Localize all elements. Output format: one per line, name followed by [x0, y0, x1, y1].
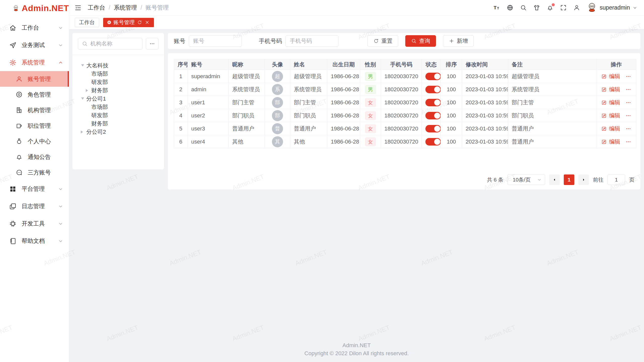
org-tree: 大名科技市场部研发部财务部分公司1市场部研发部财务部分公司2	[72, 55, 164, 143]
tree-caret-icon[interactable]	[81, 64, 84, 68]
status-toggle[interactable]	[425, 86, 441, 93]
more-actions-icon[interactable]	[625, 100, 631, 106]
tree-node[interactable]: 分公司2	[76, 128, 160, 136]
sidebar-item-notice[interactable]: 通知公告	[0, 149, 69, 165]
user-menu[interactable]: superadmin	[587, 2, 637, 14]
table-cell: 系	[265, 83, 290, 96]
account-label: 账号	[174, 37, 185, 45]
sidebar-item-profile[interactable]: 个人中心	[0, 133, 69, 149]
current-page[interactable]: 1	[564, 174, 574, 185]
more-actions-icon[interactable]	[625, 113, 631, 119]
sidebar-item-workbench[interactable]: 工作台	[0, 19, 69, 36]
tree-node[interactable]: 市场部	[76, 103, 160, 111]
status-toggle[interactable]	[425, 138, 441, 146]
query-button[interactable]: 查询	[405, 35, 436, 47]
profile-icon[interactable]	[573, 4, 580, 11]
account-input[interactable]	[189, 35, 242, 47]
sidebar-item-log[interactable]: 日志管理	[0, 198, 69, 215]
status-toggle[interactable]	[425, 99, 441, 106]
prev-page-button[interactable]	[549, 174, 560, 185]
sidebar-item-business-test[interactable]: 业务测试	[0, 36, 69, 54]
gear-icon	[9, 59, 17, 66]
sidebar-item-account[interactable]: 账号管理	[0, 71, 69, 87]
font-size-icon[interactable]: TT	[493, 4, 500, 11]
tab-workbench[interactable]: 工作台	[75, 18, 99, 27]
table-row: 2admin系统管理员系系统管理员1986-06-28男180200307201…	[174, 83, 636, 96]
edit-button[interactable]: 编辑	[609, 138, 620, 146]
theme-icon[interactable]	[533, 4, 540, 11]
edit-icon[interactable]	[601, 100, 607, 105]
table-row: 5user3普通用户普普通用户1986-06-28女18020030720100…	[174, 122, 636, 135]
notification-icon[interactable]	[547, 4, 553, 11]
next-page-button[interactable]	[578, 174, 589, 185]
reset-button[interactable]: 重置	[368, 35, 398, 47]
table-cell: 部门职员	[290, 109, 327, 122]
close-icon[interactable]	[145, 20, 150, 25]
tab-account[interactable]: 账号管理	[103, 18, 154, 27]
collapse-sidebar-icon[interactable]	[74, 4, 82, 12]
sidebar-item-docs[interactable]: 帮助文档	[0, 232, 69, 250]
tree-caret-icon[interactable]	[86, 89, 90, 92]
table-cell: 2023-01-03 10:59:44	[462, 122, 508, 135]
tree-node[interactable]: 财务部	[76, 119, 160, 128]
grid-icon	[9, 185, 17, 193]
edit-button[interactable]: 编辑	[609, 99, 620, 106]
tree-node[interactable]: 研发部	[76, 78, 160, 86]
sidebar-item-system[interactable]: 系统管理	[0, 54, 69, 71]
search-icon[interactable]	[520, 4, 527, 11]
edit-icon[interactable]	[601, 126, 607, 131]
sidebar-item-label: 工作台	[22, 24, 39, 32]
sidebar-item-third-party[interactable]: 三方账号	[0, 165, 69, 180]
table-cell: 100	[441, 96, 462, 109]
table-cell: user2	[188, 109, 229, 122]
tree-node[interactable]: 研发部	[76, 111, 160, 119]
phone-input[interactable]	[286, 35, 338, 47]
goto-page-input[interactable]	[608, 174, 625, 185]
sidebar-item-org[interactable]: 机构管理	[0, 102, 69, 118]
tree-node[interactable]: 财务部	[76, 86, 160, 95]
table-cell: 女	[360, 96, 381, 109]
tree-node-label: 市场部	[91, 70, 108, 78]
sidebar-item-role[interactable]: 角色管理	[0, 87, 69, 102]
language-icon[interactable]	[507, 4, 513, 11]
table-cell: 部门职员	[229, 109, 265, 122]
tree-node[interactable]: 市场部	[76, 70, 160, 78]
edit-button[interactable]: 编辑	[609, 86, 620, 93]
add-button[interactable]: 新增	[443, 35, 474, 47]
tree-node[interactable]: 大名科技	[76, 61, 160, 70]
edit-button[interactable]: 编辑	[609, 125, 620, 132]
edit-icon[interactable]	[601, 113, 607, 118]
gender-badge: 男	[365, 72, 376, 81]
breadcrumb-item[interactable]: 工作台	[88, 4, 105, 12]
edit-icon[interactable]	[601, 139, 607, 145]
edit-button[interactable]: 编辑	[609, 112, 620, 119]
table-cell: 1986-06-28	[327, 109, 360, 122]
fullscreen-icon[interactable]	[560, 4, 567, 11]
sidebar-item-position[interactable]: 职位管理	[0, 118, 69, 133]
more-actions-icon[interactable]	[625, 139, 631, 145]
table-cell: 2023-01-03 10:59:44	[462, 96, 508, 109]
more-actions-icon[interactable]	[625, 73, 631, 79]
refresh-icon	[373, 38, 379, 44]
more-actions-icon[interactable]	[625, 86, 631, 93]
page-size-select[interactable]: 10条/页	[507, 174, 545, 185]
status-toggle[interactable]	[425, 73, 441, 80]
chevron-down-icon	[58, 221, 63, 227]
tree-more-button[interactable]	[146, 38, 158, 50]
sidebar-item-devtools[interactable]: 开发工具	[0, 215, 69, 232]
filter-bar: 账号 手机号码 重置	[168, 33, 641, 49]
more-actions-icon[interactable]	[625, 126, 631, 132]
org-search-input[interactable]	[90, 40, 139, 47]
column-header: 昵称	[229, 59, 265, 70]
sidebar-item-platform[interactable]: 平台管理	[0, 180, 69, 198]
edit-icon[interactable]	[601, 74, 607, 79]
status-toggle[interactable]	[425, 112, 441, 119]
edit-icon[interactable]	[601, 87, 607, 92]
edit-button[interactable]: 编辑	[609, 73, 620, 80]
tree-caret-icon[interactable]	[81, 97, 84, 101]
tree-node[interactable]: 分公司1	[76, 95, 160, 103]
refresh-icon[interactable]	[137, 20, 142, 25]
status-toggle[interactable]	[425, 125, 441, 132]
tree-caret-icon[interactable]	[81, 130, 85, 133]
breadcrumb-item[interactable]: 系统管理	[114, 4, 137, 12]
